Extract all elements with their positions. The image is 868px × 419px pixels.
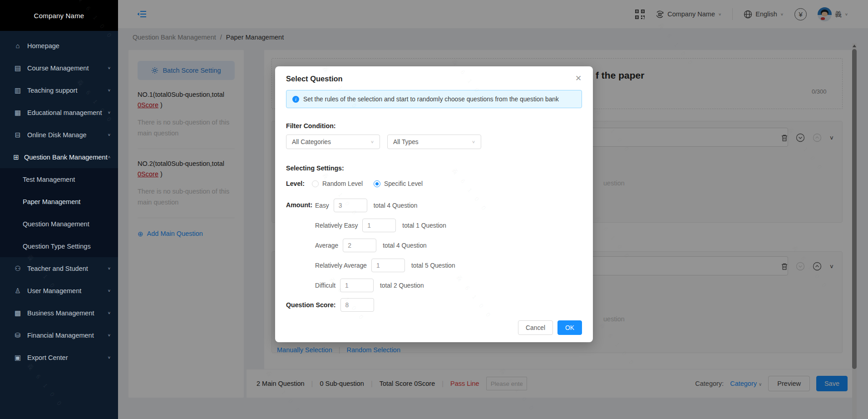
home-icon: ⌂: [13, 42, 23, 50]
total-text: total 4 Question: [383, 242, 427, 249]
radio-icon: [312, 180, 319, 187]
chevron-down-icon: ∨: [108, 66, 111, 70]
amount-rows: Easytotal 4 QuestionRelatively Easytotal…: [315, 195, 455, 295]
chevron-down-icon: ∨: [108, 289, 111, 293]
level-label: Level:: [286, 180, 305, 187]
amount-row-average: Averagetotal 4 Question: [315, 235, 455, 255]
sidebar-menu: ⌂Homepage▤Course Management∨▥Teaching su…: [0, 31, 118, 369]
close-icon[interactable]: ✕: [573, 73, 584, 84]
sidebar-item-teacher-and-student[interactable]: ⚇Teacher and Student∨: [0, 257, 118, 279]
chevron-down-icon: ∨: [108, 110, 111, 115]
amount-input-difficult[interactable]: [340, 279, 374, 292]
type-filter-select[interactable]: All Types ∨: [387, 135, 481, 149]
sidebar-item-course-management[interactable]: ▤Course Management∨: [0, 57, 118, 79]
info-banner: i Set the rules of the selection and sta…: [286, 90, 582, 108]
teaching-icon: ▥: [13, 86, 23, 95]
modal-title: Select Question: [286, 75, 343, 83]
modal-actions: Cancel OK: [518, 320, 582, 335]
app-root: Company Name ⌂Homepage▤Course Management…: [0, 0, 868, 419]
question-score-row: Question Score:: [286, 298, 374, 312]
question-score-input[interactable]: [340, 298, 374, 312]
total-text: total 2 Question: [380, 282, 424, 289]
company-logo: Company Name: [0, 0, 118, 31]
online-disk-icon: ⊟: [13, 131, 23, 139]
sidebar: Company Name ⌂Homepage▤Course Management…: [0, 0, 118, 419]
amount-row-easy: Easytotal 4 Question: [315, 195, 455, 215]
chevron-down-icon: ∨: [108, 355, 111, 359]
question-score-label: Question Score:: [286, 301, 336, 309]
amount-row-relatively-easy: Relatively Easytotal 1 Question: [315, 215, 455, 235]
sidebar-item-business-management[interactable]: ▩Business Management∨: [0, 302, 118, 324]
sidebar-item-online-disk-manage[interactable]: ⊟Online Disk Manage∨: [0, 124, 118, 146]
sidebar-item-homepage[interactable]: ⌂Homepage: [0, 35, 118, 57]
chevron-up-icon: ∧: [108, 155, 111, 159]
select-question-modal: Select Question ✕ i Set the rules of the…: [275, 66, 593, 342]
chevron-down-icon: ∨: [108, 133, 111, 137]
course-icon: ▤: [13, 64, 23, 72]
info-icon: i: [292, 96, 299, 103]
total-text: total 5 Question: [411, 262, 455, 269]
radio-specific-level[interactable]: Specific Level: [374, 180, 423, 187]
sidebar-item-user-management[interactable]: ♙User Management∨: [0, 279, 118, 302]
total-text: total 1 Question: [402, 222, 446, 229]
sidebar-subitem-question-type-settings[interactable]: Question Type Settings: [0, 235, 118, 257]
chevron-down-icon: ∨: [108, 88, 111, 92]
sidebar-subitem-paper-management[interactable]: Paper Management: [0, 190, 118, 213]
amount-input-easy[interactable]: [334, 199, 367, 212]
sidebar-subitem-test-management[interactable]: Test Management: [0, 168, 118, 190]
financial-icon: ⛁: [13, 331, 23, 339]
business-icon: ▩: [13, 309, 23, 317]
filter-selects: All Categories ∨ All Types ∨: [286, 135, 481, 149]
sidebar-item-financial-management[interactable]: ⛁Financial Management∨: [0, 324, 118, 346]
export-icon: ▣: [13, 354, 23, 362]
sidebar-item-teaching-support[interactable]: ▥Teaching support∨: [0, 79, 118, 101]
sidebar-item-question-bank-management[interactable]: ⊞Question Bank Management∧: [0, 146, 118, 168]
sidebar-item-export-center[interactable]: ▣Export Center∨: [0, 346, 118, 369]
amount-input-average[interactable]: [343, 239, 376, 252]
user-icon: ♙: [13, 287, 23, 295]
chevron-down-icon: ∨: [472, 140, 475, 144]
chevron-down-icon: ∨: [108, 311, 111, 315]
info-text: Set the rules of the selection and start…: [303, 96, 559, 103]
chevron-down-icon: ∨: [108, 333, 111, 337]
teacher-student-icon: ⚇: [13, 264, 23, 273]
cancel-button[interactable]: Cancel: [518, 320, 553, 335]
chevron-down-icon: ∨: [370, 140, 374, 144]
chevron-down-icon: ∨: [108, 266, 111, 270]
selecting-settings-label: Selecting Settings:: [286, 165, 344, 172]
question-bank-icon: ⊞: [13, 153, 20, 161]
amount-row-difficult: Difficulttotal 2 Question: [315, 275, 455, 295]
amount-input-relatively-average[interactable]: [371, 259, 405, 272]
total-text: total 4 Question: [374, 202, 418, 209]
amount-row-relatively-average: Relatively Averagetotal 5 Question: [315, 255, 455, 275]
amount-label: Amount:: [286, 201, 312, 209]
educational-icon: ▦: [13, 109, 23, 117]
sidebar-subitem-question-management[interactable]: Question Management: [0, 213, 118, 235]
radio-random-level[interactable]: Random Level: [312, 180, 363, 187]
level-row: Level: Random Level Specific Level: [286, 180, 434, 187]
radio-icon-checked: [374, 180, 380, 187]
category-filter-select[interactable]: All Categories ∨: [286, 135, 380, 149]
sidebar-submenu: Test ManagementPaper ManagementQuestion …: [0, 168, 118, 257]
amount-input-relatively-easy[interactable]: [362, 219, 396, 232]
sidebar-item-educational-management[interactable]: ▦Educational management∨: [0, 101, 118, 124]
filter-condition-label: Filter Condition:: [286, 122, 336, 130]
ok-button[interactable]: OK: [557, 320, 582, 335]
